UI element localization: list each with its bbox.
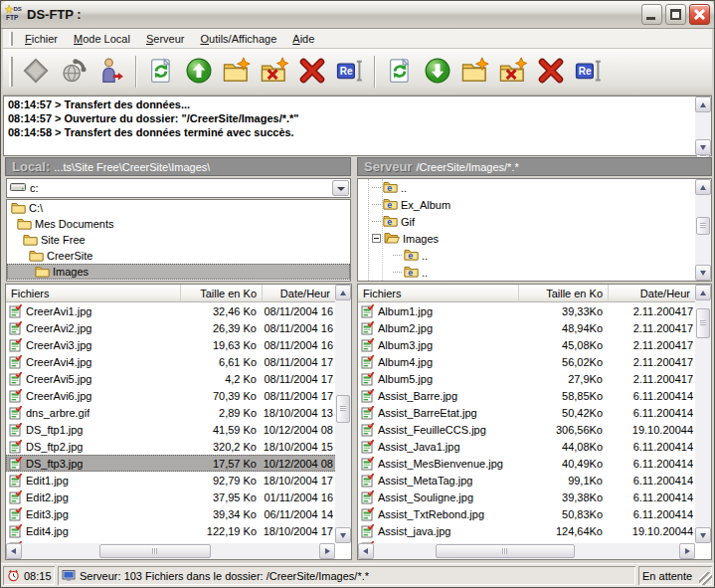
tree-item-site-free[interactable]: Site Free [7,232,350,248]
file-row-album3-jpg[interactable]: Album3.jpg45,08Ko2.11.200417 [358,336,711,353]
scrollbar-track[interactable] [335,300,351,527]
local-list-scrollbar[interactable] [335,285,351,543]
file-row-edit4-jpg[interactable]: Edit4.jpg122,19 Ko18/10/2004 17 [6,522,351,539]
file-row-album5-jpg[interactable]: Album5.jpg27,9Ko2.11.200417 [358,370,711,387]
server-delete-file-button[interactable] [533,54,569,90]
file-row-creeravi1-jpg[interactable]: CreerAvi1.jpg32,46 Ko08/11/2004 16 [6,302,351,319]
quit-session-button[interactable] [93,54,129,90]
scrollbar-thumb[interactable] [336,395,350,423]
scroll-up-button[interactable] [695,285,711,300]
file-row-assist-barreetat-jpg[interactable]: Assist_BarreEtat.jpg50,42Ko6.11.200414 [358,404,711,421]
file-row-album4-jpg[interactable]: Album4.jpg56,02Ko2.11.200417 [358,353,711,370]
file-row-creeravi3-jpg[interactable]: CreerAvi3.jpg19,63 Ko08/11/2004 16 [6,336,351,353]
tree-item-images[interactable]: Images [358,230,695,247]
log-scrollbar[interactable] [695,97,711,155]
file-row-creeravi5-jpg[interactable]: CreerAvi5.jpg4,2 Ko08/11/2004 17 [6,370,351,387]
file-row-assist-metatag-jpg[interactable]: Assist_MetaTag.jpg99,1Ko6.11.200414 [358,472,711,489]
tree-item-images[interactable]: Images [7,264,350,280]
scrollbar-thumb[interactable] [99,544,211,558]
scrollbar-thumb[interactable] [436,544,575,558]
local-new-folder-button[interactable] [219,54,255,90]
column-header-taille[interactable]: Taille en Ko [181,285,263,302]
menu-item-aide[interactable]: Aide [284,31,322,47]
upload-button[interactable] [181,54,217,90]
menu-item-fichier[interactable]: Fichier [17,31,66,47]
local-refresh-button[interactable] [143,54,179,90]
column-header-fichiers[interactable]: Fichiers [358,285,519,302]
file-row-dns-arbre-gif[interactable]: dns_arbre.gif2,89 Ko18/10/2004 13 [6,404,351,421]
scroll-down-button[interactable] [695,265,711,281]
column-header-date[interactable]: Date/Heur [263,285,335,302]
file-row-album2-jpg[interactable]: Album2.jpg48,94Ko2.11.200417 [358,319,711,336]
local-delete-file-button[interactable] [294,54,330,90]
tree-item-item[interactable]: e.. [358,264,695,281]
download-button[interactable] [420,54,455,90]
server-list-scrollbar[interactable] [695,285,711,543]
menu-item-outils-affichage[interactable]: Outils/Affichage [192,31,284,47]
tree-item-ex-album[interactable]: eEx_Album [358,196,695,213]
file-row-edit2-jpg[interactable]: Edit2.jpg37,95 Ko01/11/2004 16 [6,489,351,505]
server-list-hscrollbar[interactable] [358,543,695,559]
tree-expander-minus-icon[interactable] [372,234,381,243]
scroll-up-button[interactable] [695,179,711,195]
server-refresh-button[interactable] [382,54,418,90]
file-row-creeravi2-jpg[interactable]: CreerAvi2.jpg26,39 Ko08/11/2004 16 [6,319,351,336]
tree-item-gif[interactable]: eGif [358,213,695,230]
column-header-fichiers[interactable]: Fichiers [6,285,181,302]
file-row-assist-souligne-jpg[interactable]: Assist_Souligne.jpg39,38Ko6.11.200414 [358,489,711,505]
scrollbar-track[interactable] [695,112,711,139]
scrollbar-track[interactable] [695,300,711,527]
file-row-creeravi6-jpg[interactable]: CreerAvi6.jpg70,39 Ko08/11/2004 17 [6,387,351,404]
scrollbar-track[interactable] [695,195,711,265]
tree-item-c[interactable]: C:\ [7,200,350,216]
server-new-folder-button[interactable] [457,54,493,90]
scroll-right-button[interactable] [679,543,695,559]
tree-item-creersite[interactable]: CreerSite [7,248,350,264]
file-row-assist-txtrebond-jpg[interactable]: Assist_TxtRebond.jpg50,83Ko6.11.200414 [358,505,711,522]
server-delete-folder-button[interactable] [495,54,531,90]
scroll-right-button[interactable] [319,543,335,559]
drive-dropdown-button[interactable] [332,180,349,196]
connect-button[interactable] [56,54,91,90]
file-row-album1-jpg[interactable]: Album1.jpg39,33Ko2.11.200417 [358,302,711,319]
file-row-assist-mesbienvenue-jpg[interactable]: Assist_MesBienvenue.jpg40,49Ko6.11.20041… [358,455,711,472]
column-header-taille[interactable]: Taille en Ko [519,285,609,302]
drive-selector[interactable]: c: [6,178,351,198]
scroll-down-button[interactable] [695,527,711,543]
scroll-down-button[interactable] [335,527,351,543]
file-row-edit1-jpg[interactable]: Edit1.jpg92,79 Ko18/10/2004 17 [6,472,351,489]
scroll-left-button[interactable] [358,543,374,559]
transfer-log[interactable]: 08:14:57 > Transfert des données...08:14… [3,96,712,156]
local-rename-button[interactable]: Re [332,54,368,90]
tree-item-item[interactable]: e.. [358,247,695,264]
menu-item-mode-local[interactable]: Mode Local [66,31,138,47]
tree-item-item[interactable]: e.. [358,179,695,196]
tree-item-mes-documents[interactable]: Mes Documents [7,216,350,232]
file-row-assist-java1-jpg[interactable]: Assist_Java1.jpg44,08Ko6.11.200414 [358,438,711,455]
close-button[interactable] [689,4,710,25]
scrollbar-thumb[interactable] [696,308,710,338]
file-row-assist-barre-jpg[interactable]: Assist_Barre.jpg58,85Ko6.11.200414 [358,387,711,404]
server-rename-button[interactable]: Re [571,54,607,90]
file-row-assist-java-jpg[interactable]: Assist_java.jpg124,64Ko19.10.20044 [358,522,711,539]
resize-grip[interactable] [699,572,712,585]
menubar-grip[interactable] [9,32,13,46]
server-tree-scrollbar[interactable] [695,179,711,281]
file-row-edit3-jpg[interactable]: Edit3.jpg39,34 Ko06/11/2004 14 [6,505,351,522]
titlebar[interactable]: DS FTP DS-FTP : [1,1,714,29]
maximize-button[interactable] [665,4,686,25]
local-delete-folder-button[interactable] [257,54,292,90]
file-row-creeravi4-jpg[interactable]: CreerAvi4.jpg6,61 Ko08/11/2004 17 [6,353,351,370]
file-row-ds-ftp2-jpg[interactable]: DS_ftp2.jpg320,2 Ko18/10/2004 15 [6,438,351,455]
file-row-ds-ftp3-jpg[interactable]: DS_ftp3.jpg17,57 Ko10/12/2004 08 [6,455,351,472]
scroll-up-button[interactable] [335,285,351,300]
scroll-down-button[interactable] [695,139,711,155]
scrollbar-track[interactable] [22,543,319,559]
minimize-button[interactable] [641,4,662,25]
scrollbar-thumb[interactable] [696,217,710,235]
file-row-ds-ftp1-jpg[interactable]: DS_ftp1.jpg41,59 Ko10/12/2004 08 [6,421,351,438]
file-row-assist-feuilleccs-jpg[interactable]: Assist_FeuilleCCS.jpg306,56Ko19.10.20044 [358,421,711,438]
local-list-hscrollbar[interactable] [6,543,335,559]
column-header-date[interactable]: Date/Heur [609,285,695,302]
scroll-left-button[interactable] [6,543,22,559]
